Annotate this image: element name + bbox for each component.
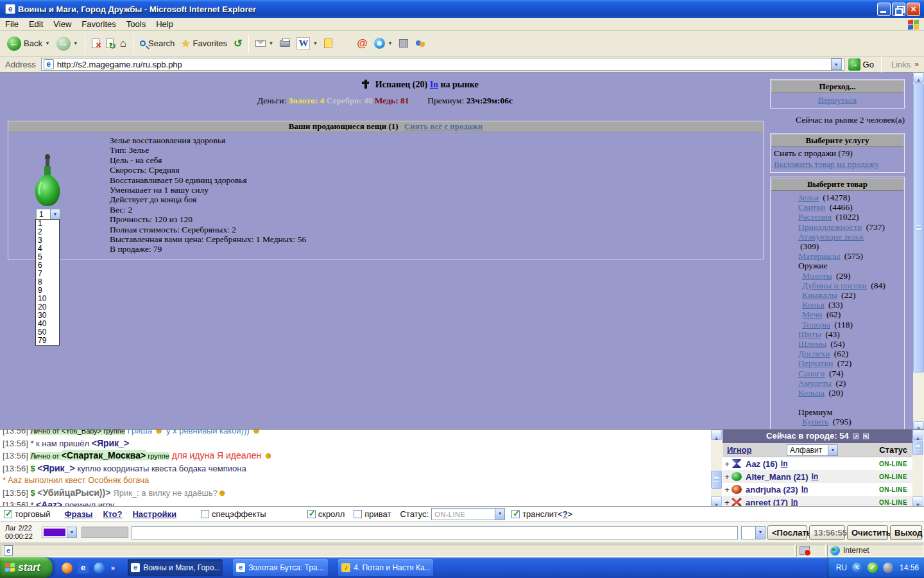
goods-category-link[interactable]: Кольца xyxy=(798,388,825,398)
expand-player-icon[interactable]: + xyxy=(723,472,732,482)
mail-dropdown-icon[interactable]: ▼ xyxy=(268,40,273,46)
messenger-button[interactable]: ▼ xyxy=(371,36,396,51)
forward-dropdown-icon[interactable]: ▼ xyxy=(73,40,78,46)
goods-category-link[interactable]: Растения xyxy=(798,212,832,222)
chevron-down-icon[interactable]: ▼ xyxy=(828,445,837,455)
player-name[interactable]: Alter_Mann (21) xyxy=(746,472,809,482)
server-time-button[interactable]: 13:56:55 xyxy=(809,525,845,540)
word-dropdown-icon[interactable]: ▼ xyxy=(312,40,318,46)
quantity-select[interactable]: 1 ▼ xyxy=(36,209,60,220)
links-label[interactable]: Links xyxy=(891,60,911,69)
notes-button[interactable] xyxy=(321,37,336,50)
print-button[interactable] xyxy=(277,38,293,49)
quantity-option[interactable]: 79 xyxy=(36,337,59,345)
send-button[interactable]: <Послать xyxy=(767,525,807,540)
player-info-link[interactable]: In xyxy=(812,472,819,481)
clock[interactable]: 14:56 xyxy=(900,563,919,572)
address-input[interactable]: e http://s2.magegame.ru/ru.spb.php ▼ xyxy=(41,58,844,71)
quicklaunch-chevron-icon[interactable]: » xyxy=(111,564,115,572)
discuss-button[interactable] xyxy=(411,37,429,50)
goods-category-link[interactable]: Дубины и посохи xyxy=(802,281,867,290)
sort-select[interactable]: Алфавит ▼ xyxy=(787,444,838,456)
taskbar-window-button[interactable]: 4. Потап и Настя Ка... xyxy=(338,559,433,576)
minimize-button[interactable] xyxy=(877,3,891,16)
goods-category-link[interactable]: Материалы xyxy=(798,251,840,261)
go-button[interactable]: → Go xyxy=(848,58,874,71)
ignore-link[interactable]: Игнор xyxy=(727,445,752,455)
expand-player-icon[interactable]: + xyxy=(723,485,732,495)
goods-category-link[interactable]: Шлемы xyxy=(798,339,826,349)
player-row[interactable]: + Alter_Mann (21) In ON-LINE xyxy=(723,470,912,483)
goods-category-link[interactable]: Копья xyxy=(802,300,825,310)
taskbar-window-button[interactable]: Золотая Бутса: Тра... xyxy=(233,559,328,576)
potion-item-image[interactable] xyxy=(33,153,62,207)
goods-category-link[interactable]: Атакующие зелья xyxy=(798,232,864,241)
refresh-button[interactable] xyxy=(103,37,117,50)
address-dropdown-icon[interactable]: ▼ xyxy=(831,58,842,70)
back-dropdown-icon[interactable]: ▼ xyxy=(45,40,50,46)
return-link[interactable]: Вернуться xyxy=(771,94,903,106)
quicklaunch-app-icon[interactable] xyxy=(62,563,73,574)
mail-ru-agent-button[interactable]: @ xyxy=(354,35,371,52)
translit-checkbox[interactable] xyxy=(511,510,520,518)
page-scrollbar[interactable] xyxy=(913,73,924,429)
player-info-link[interactable]: In xyxy=(781,459,788,468)
player-row[interactable]: + Aaz (16) In ON-LINE xyxy=(723,457,912,470)
mail-button[interactable]: ▼ xyxy=(252,38,277,49)
goods-category-link[interactable]: Топоры xyxy=(802,320,830,329)
goods-category-link[interactable]: Амулеты xyxy=(798,378,832,388)
goods-category-link[interactable]: Доспехи xyxy=(798,349,830,358)
menu-item[interactable]: View xyxy=(48,18,76,30)
chevron-down-icon[interactable]: ▼ xyxy=(755,527,765,539)
player-name[interactable]: Aaz (16) xyxy=(746,459,778,469)
expand-player-icon[interactable]: + xyxy=(723,498,732,507)
goods-category-link[interactable]: Мечи xyxy=(802,310,823,319)
phrases-link[interactable]: Фразы xyxy=(64,509,92,519)
goods-category-link[interactable]: Сапоги xyxy=(798,369,825,378)
language-indicator[interactable]: RU xyxy=(836,563,847,572)
antivirus-shield-icon[interactable]: ✓ xyxy=(868,563,878,573)
start-button[interactable]: start xyxy=(0,557,53,578)
back-button[interactable]: ← Back ▼ xyxy=(4,35,53,53)
players-scroll-up-button[interactable] xyxy=(912,430,923,440)
address-url[interactable]: http://s2.magegame.ru/ru.spb.php xyxy=(57,60,182,69)
quantity-dropdown-list[interactable]: 123456789102030405079 xyxy=(35,219,60,346)
chat-scrollbar[interactable] xyxy=(711,430,722,507)
chat-scroll-down-button[interactable] xyxy=(711,496,722,507)
history-button[interactable]: ↺ xyxy=(230,35,245,51)
players-scrollbar[interactable] xyxy=(912,430,923,507)
player-info-link[interactable]: In xyxy=(791,498,798,507)
research-button[interactable] xyxy=(396,37,411,49)
player-info-link[interactable]: In xyxy=(801,485,809,494)
scroll-up-button[interactable] xyxy=(913,73,924,83)
menu-item[interactable]: Favorites xyxy=(76,18,121,30)
restore-button[interactable] xyxy=(892,3,905,16)
goods-category-link[interactable]: Купить xyxy=(802,417,828,426)
trade-checkbox[interactable] xyxy=(4,510,12,518)
effects-checkbox[interactable] xyxy=(201,510,209,518)
history-select[interactable]: ▼ xyxy=(741,526,766,539)
messenger-dropdown-icon[interactable]: ▼ xyxy=(388,40,393,46)
recipient-field[interactable] xyxy=(81,527,128,538)
goods-category-link[interactable]: Принадлежности xyxy=(798,222,862,232)
favorites-button[interactable]: ★ Favorites xyxy=(178,35,230,51)
menu-item[interactable]: Edit xyxy=(24,18,48,30)
player-name[interactable]: anreet (17) xyxy=(746,498,788,507)
player-name[interactable]: andrjuha (23) xyxy=(746,485,798,495)
goods-category-link[interactable]: Свитки xyxy=(798,202,825,212)
translit-help-link[interactable]: ? xyxy=(563,509,568,519)
quicklaunch-ie-icon[interactable]: e xyxy=(78,563,89,574)
settings-link[interactable]: Настройки xyxy=(132,509,176,519)
edit-word-button[interactable]: W ▼ xyxy=(293,35,321,51)
goods-category-link[interactable]: Молоты xyxy=(802,271,832,281)
popout-icon[interactable]: ↗ xyxy=(853,434,859,439)
chat-scroll-up-button[interactable] xyxy=(711,430,722,440)
chat-color-select[interactable]: ▼ xyxy=(42,527,77,538)
tray-app-icon[interactable] xyxy=(883,563,893,573)
player-row[interactable]: + andrjuha (23) In ON-LINE xyxy=(723,483,912,496)
who-link[interactable]: Кто? xyxy=(103,509,122,519)
menu-item[interactable]: File xyxy=(0,18,24,30)
chat-scrollbar-thumb[interactable] xyxy=(711,471,722,489)
edit-list-icon[interactable]: ✎ xyxy=(863,434,869,439)
chevron-down-icon[interactable]: ▼ xyxy=(50,209,60,219)
